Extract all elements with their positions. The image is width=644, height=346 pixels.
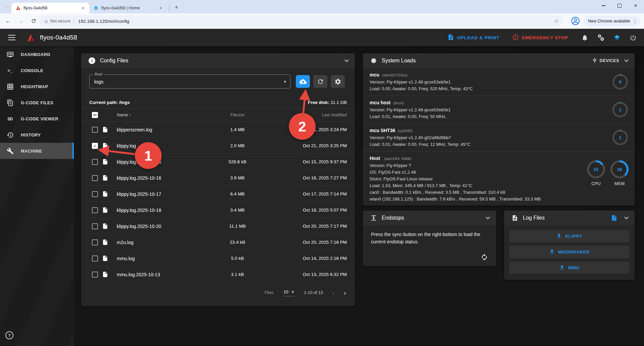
- host-stat-line: OS: FlyOS-Fast v1.2.48: [370, 169, 574, 176]
- mcu-stats: Load: 0.00, Awake: 0.00, Freq: 520 MHz, …: [370, 85, 601, 92]
- theme-layers-icon[interactable]: [613, 34, 621, 41]
- per-page-select[interactable]: 10 ▾: [283, 289, 294, 296]
- flyos-logo-icon[interactable]: [26, 33, 35, 42]
- file-row[interactable]: klippy.log2.0 MBOct 21, 2025 3:25 PM: [81, 138, 355, 154]
- file-checkbox[interactable]: [92, 143, 98, 149]
- update-label: New Chrome available: [588, 19, 630, 23]
- endstops-sync-icon[interactable]: [481, 253, 489, 262]
- heightmap-icon: [6, 82, 14, 91]
- mcu-section: mcu(stm32h723xx)Version: Fly-Klipper v1.…: [363, 68, 635, 96]
- select-all-checkbox[interactable]: [92, 112, 98, 118]
- file-checkbox[interactable]: [92, 255, 98, 262]
- file-checkbox[interactable]: [92, 175, 98, 181]
- browser-tab-home[interactable]: flyos-0a4d58 | Home ×: [89, 3, 167, 13]
- sidebar-item-console[interactable]: >_CONSOLE: [0, 62, 74, 78]
- file-checkbox[interactable]: [92, 272, 98, 278]
- column-name[interactable]: Name ↑: [117, 113, 204, 117]
- rollover-logs-icon[interactable]: [611, 215, 618, 221]
- download-klippy-button[interactable]: KLIPPY: [509, 230, 629, 242]
- window-close-button[interactable]: ×: [632, 2, 639, 9]
- host-gauges: 15CPU38MEM: [587, 160, 629, 186]
- download-moonraker-button[interactable]: MOONRAKER: [509, 246, 629, 258]
- browser-menu-icon[interactable]: ⋮: [633, 18, 637, 24]
- back-button[interactable]: ←: [3, 16, 13, 26]
- new-tab-button[interactable]: +: [172, 3, 181, 12]
- file-size: 2.0 MB: [204, 143, 271, 148]
- upload-and-print-button[interactable]: UPLOAD & PRINT: [447, 34, 499, 42]
- page-root: flyos-0a4d58 × flyos-0a4d58 | Home × + ×…: [0, 0, 644, 346]
- security-label[interactable]: Not secure: [50, 19, 70, 23]
- url-text[interactable]: 192.168.1.125/m/#/config: [78, 19, 554, 24]
- file-checkbox[interactable]: [92, 223, 98, 229]
- help-icon[interactable]: ?: [5, 331, 13, 339]
- emergency-stop-button[interactable]: EMERGENCY STOP: [512, 34, 568, 42]
- settings-cogs-icon[interactable]: [597, 34, 604, 41]
- tab-search-icon[interactable]: [3, 3, 11, 11]
- sidebar-item-history[interactable]: HISTORY: [0, 127, 74, 143]
- file-row[interactable]: klippy.log.2025-10-163.9 MBOct 16, 2025 …: [81, 170, 355, 186]
- file-checkbox[interactable]: [92, 239, 98, 245]
- file-checkbox[interactable]: [92, 159, 98, 165]
- file-settings-button[interactable]: [331, 75, 345, 88]
- endstops-icon: [370, 215, 377, 221]
- download-mmu-button[interactable]: MMU: [509, 262, 629, 274]
- root-select[interactable]: Root logs ▾: [89, 74, 290, 89]
- sidebar-item-machine[interactable]: MACHINE: [0, 143, 74, 159]
- bookmark-star-icon[interactable]: ☆: [554, 18, 559, 24]
- sidebar-item-label: G-CODE VIEWER: [21, 116, 58, 121]
- file-checkbox[interactable]: [92, 191, 98, 197]
- maximize-button[interactable]: [616, 2, 623, 9]
- mem-gauge: 38MEM: [610, 160, 629, 186]
- file-checkbox[interactable]: [92, 207, 98, 213]
- log-files-header[interactable]: Log Files: [504, 211, 635, 225]
- endstops-header[interactable]: Endstops: [363, 211, 496, 225]
- notifications-bell-icon[interactable]: [581, 34, 588, 41]
- file-row[interactable]: mmu.log5.0 kBOct 14, 2025 2:16 PM: [81, 250, 355, 267]
- collapse-chevron-icon[interactable]: [486, 215, 490, 219]
- power-icon[interactable]: [629, 34, 637, 41]
- sidebar-item-gcode-viewer[interactable]: 3DG-CODE VIEWER: [0, 111, 74, 127]
- file-row[interactable]: klippy.log.2025-10-2011.1 MBOct 20, 2025…: [81, 218, 355, 234]
- system-loads-panel: System Loads DEVICES mcu(stm32h723xx)Ver…: [363, 53, 635, 206]
- config-files-header[interactable]: Config Files: [81, 53, 355, 68]
- tab-close-icon[interactable]: ×: [158, 5, 164, 11]
- reload-button[interactable]: [29, 16, 38, 26]
- download-icon: [549, 249, 555, 255]
- tab-close-icon[interactable]: ×: [80, 5, 86, 11]
- file-row[interactable]: klippy.log.2025-10-176.4 MBOct 17, 2025 …: [81, 186, 355, 202]
- upload-file-icon: [447, 34, 454, 42]
- system-loads-header[interactable]: System Loads DEVICES: [363, 53, 635, 68]
- browser-tab-active[interactable]: flyos-0a4d58 ×: [11, 3, 89, 13]
- file-row[interactable]: mmu.log.2025-10-133.1 kBOct 13, 2025 6:3…: [81, 267, 355, 283]
- forward-button[interactable]: →: [16, 16, 25, 26]
- profile-avatar-icon[interactable]: [571, 16, 580, 25]
- file-row[interactable]: klippy.log.2025-10-15528.6 kBOct 15, 202…: [81, 154, 355, 170]
- sidebar-item-heightmap[interactable]: HEIGHTMAP: [0, 78, 74, 95]
- host-stat-line: wlan0 (192.168.1.125) : Bandwidth: 7.6 k…: [370, 196, 574, 203]
- collapse-chevron-icon[interactable]: [624, 215, 629, 219]
- chrome-update-pill[interactable]: New Chrome available ⋮: [584, 16, 640, 26]
- devices-button[interactable]: DEVICES: [592, 58, 628, 64]
- sidebar-item-label: DASHBOARD: [21, 52, 50, 57]
- refresh-button[interactable]: [313, 75, 327, 88]
- prev-page-button[interactable]: ‹: [332, 289, 335, 296]
- file-row[interactable]: m2u.log23.4 kBOct 20, 2025 7:16 PM: [81, 234, 355, 250]
- sidebar-item-dashboard[interactable]: DASHBOARD: [0, 46, 74, 62]
- file-checkbox[interactable]: [92, 127, 98, 133]
- file-name: klipperscreen.log: [117, 127, 204, 132]
- column-filesize[interactable]: Filesize: [204, 113, 271, 117]
- file-row[interactable]: klipperscreen.log1.4 MBOct 21, 2025 3:24…: [81, 122, 355, 138]
- next-page-button[interactable]: ›: [344, 289, 346, 296]
- file-name: klippy.log.2025-10-16: [117, 175, 204, 181]
- sidebar-item-gcode-files[interactable]: G-CODE FILES: [0, 95, 74, 111]
- file-row[interactable]: klippy.log.2025-10-183.4 MBOct 18, 2025 …: [81, 202, 355, 218]
- file-table-header: Name ↑ Filesize Last modified: [81, 108, 355, 122]
- minimize-button[interactable]: [600, 2, 607, 9]
- column-last-modified[interactable]: Last modified: [271, 113, 347, 117]
- file-modified: Oct 21, 2025 3:25 PM: [271, 143, 347, 148]
- upload-cloud-button[interactable]: [296, 75, 310, 88]
- collapse-chevron-icon[interactable]: [344, 58, 349, 62]
- menu-hamburger-icon[interactable]: [8, 35, 15, 40]
- address-bar[interactable]: ⚠ Not secure 192.168.1.125/m/#/config ☆: [40, 15, 563, 27]
- printer-name-title: flyos-0a4d58: [40, 34, 77, 41]
